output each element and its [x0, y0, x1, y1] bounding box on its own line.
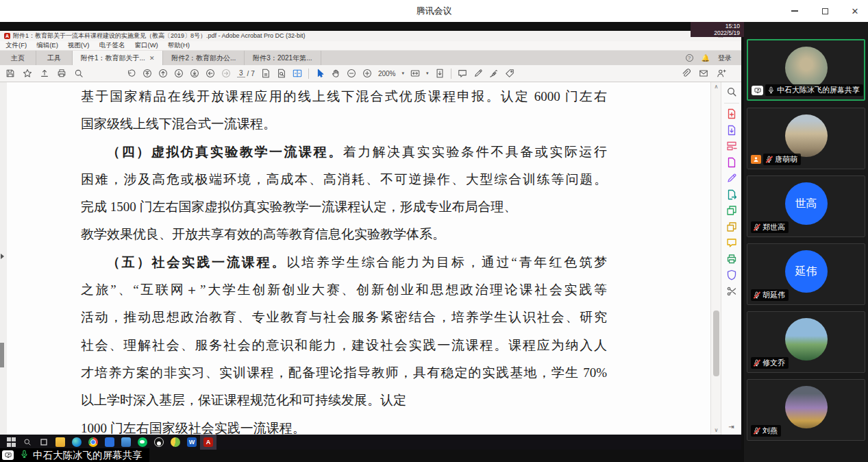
create-pdf-tool-button[interactable]: [726, 108, 737, 119]
sign-button[interactable]: [489, 69, 499, 78]
menu-item-2[interactable]: 视图(V): [68, 41, 90, 50]
taskbar-file-explorer[interactable]: [52, 435, 69, 450]
split-view-button[interactable]: [293, 69, 302, 78]
edit-pdf-tool-button[interactable]: [726, 157, 737, 168]
comment-button[interactable]: [458, 69, 467, 78]
minimize-button[interactable]: [789, 5, 801, 17]
zoom-in-icon: [362, 69, 372, 78]
mic-muted-icon: [753, 291, 760, 299]
scroll-up-icon[interactable]: ∧: [711, 84, 721, 90]
participant-tile-4[interactable]: 延伟胡延伟: [747, 243, 865, 305]
taskbar-acrobat[interactable]: A: [200, 435, 216, 450]
menu-item-0[interactable]: 文件(F): [5, 41, 27, 50]
collapse-tools-icon[interactable]: ⇥: [728, 423, 734, 430]
taskbar-word[interactable]: W: [184, 435, 200, 450]
combine-files-tool-button[interactable]: [726, 205, 737, 216]
tab-1[interactable]: 工具: [36, 51, 73, 65]
share-person-button[interactable]: [717, 69, 726, 78]
email-button[interactable]: [699, 69, 708, 78]
print-button[interactable]: [57, 69, 66, 78]
menu-item-1[interactable]: 编辑(E): [36, 41, 58, 50]
help-icon[interactable]: ?: [686, 54, 693, 62]
taskbar-wechat[interactable]: [134, 435, 151, 450]
scroll-down-icon[interactable]: ∨: [711, 427, 721, 433]
attachment-button[interactable]: [681, 69, 691, 78]
fill-sign-icon: [726, 173, 737, 184]
tab-3[interactable]: 附件2：教育部办公...: [163, 51, 245, 65]
taskbar-qq[interactable]: [151, 435, 167, 450]
stamp-button[interactable]: [505, 69, 514, 78]
login-button[interactable]: 登录: [718, 53, 732, 63]
first-page-button[interactable]: [142, 69, 152, 78]
next-view-button[interactable]: [221, 69, 231, 78]
fill-sign-tool-button[interactable]: [726, 173, 737, 184]
select-tool-button[interactable]: [315, 69, 325, 78]
pencil-button[interactable]: [473, 69, 483, 78]
share-person-icon: [717, 69, 726, 78]
left-edge-scroll-thumb[interactable]: [0, 343, 4, 367]
zoom-level-dropdown[interactable]: 200% ▾: [378, 70, 404, 77]
menu-item-4[interactable]: 窗口(W): [134, 41, 158, 50]
send-review-tool-button[interactable]: [726, 189, 737, 200]
search-icon: [23, 438, 32, 446]
page-preview-button[interactable]: [277, 69, 286, 78]
find-button[interactable]: [74, 69, 84, 78]
tab-2[interactable]: 附件1：教育部关于...✕: [73, 51, 163, 65]
menu-item-5[interactable]: 帮助(H): [168, 41, 190, 50]
participant-tile-5[interactable]: 修文乔: [747, 311, 865, 373]
duplicate-tool-button[interactable]: [726, 221, 737, 232]
organize-pages-tool-button[interactable]: [726, 141, 737, 151]
close-button[interactable]: ✕: [849, 5, 861, 17]
pdf-page[interactable]: 基于国家精品在线开放课程应用的线上线下混合式优质课程申报。认定 6000 门左右…: [7, 82, 710, 435]
participant-tile-1[interactable]: 中石大陈冰飞的屏幕共享: [747, 39, 865, 101]
tab-close-icon[interactable]: ✕: [149, 55, 155, 62]
redact-tool-button[interactable]: [726, 286, 737, 297]
screen-share-icon: [2, 450, 14, 460]
taskbar-photos-app[interactable]: [118, 435, 134, 450]
split-view-icon: [293, 69, 302, 78]
tab-label: 附件2：教育部办公...: [171, 53, 236, 63]
taskbar-task-view-button[interactable]: [36, 435, 52, 450]
vertical-scrollbar[interactable]: ∧ ∨: [710, 82, 721, 435]
meeting-title: 腾讯会议: [417, 5, 452, 17]
hand-tool-button[interactable]: [331, 69, 340, 78]
fit-width-button[interactable]: [410, 69, 420, 78]
nav-pane-expander-icon[interactable]: [1, 254, 4, 259]
menu-item-3[interactable]: 电子签名: [99, 41, 125, 50]
page-up-button[interactable]: [158, 69, 168, 78]
search-tool-tool-button[interactable]: [726, 86, 737, 97]
fit-page-button[interactable]: [435, 69, 445, 78]
page-thumbnail-button[interactable]: [261, 69, 271, 78]
taskbar-search-button[interactable]: [19, 435, 36, 450]
protect-tool-button[interactable]: [726, 269, 737, 280]
tab-0[interactable]: 主页: [0, 51, 36, 65]
page-number-field[interactable]: 3: [237, 69, 245, 77]
zoom-in-button[interactable]: [362, 69, 372, 78]
prev-view-button[interactable]: [206, 69, 215, 78]
participant-tile-6[interactable]: 刘燕: [747, 379, 865, 441]
zoom-out-button[interactable]: [347, 69, 356, 78]
windows-taskbar: WA: [0, 435, 741, 450]
star-button[interactable]: [23, 69, 32, 78]
save-button[interactable]: [5, 69, 15, 78]
page-down-button[interactable]: [174, 69, 184, 78]
taskbar-edge-browser[interactable]: [69, 435, 85, 450]
restore-button[interactable]: [819, 5, 831, 17]
last-page-button[interactable]: [190, 69, 199, 78]
share-upload-button[interactable]: [40, 69, 49, 78]
participant-tile-3[interactable]: 世高郑世高: [747, 175, 865, 237]
participant-tile-2[interactable]: 唐萌萌: [747, 108, 865, 169]
scrollbar-thumb[interactable]: [713, 311, 719, 376]
taskbar-safety-360[interactable]: [167, 435, 184, 450]
taskbar-clock[interactable]: 15:10 2022/5/19: [691, 22, 744, 37]
comment-tool-tool-button[interactable]: [726, 237, 737, 248]
scan-ocr-tool-button[interactable]: [726, 254, 737, 265]
undo-button[interactable]: [127, 69, 136, 78]
undo-icon: [127, 69, 136, 78]
export-pdf-tool-button[interactable]: [726, 125, 737, 136]
tab-4[interactable]: 附件3：2021年第...: [245, 51, 321, 65]
notifications-bell-icon[interactable]: 🔔: [702, 54, 710, 62]
taskbar-start-button[interactable]: [3, 435, 19, 450]
taskbar-blue-app[interactable]: [101, 435, 118, 450]
taskbar-chrome-browser[interactable]: [85, 435, 101, 450]
